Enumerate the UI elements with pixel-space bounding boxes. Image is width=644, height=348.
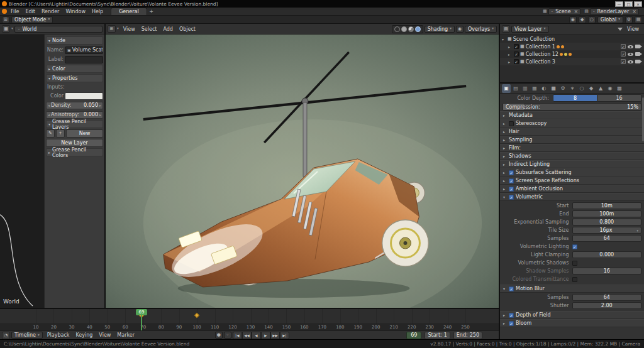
object-tab[interactable]: ■ (549, 84, 558, 93)
minimize-button[interactable]: — (615, 1, 623, 7)
display-mode-dropdown[interactable]: View Layer ▾ (511, 26, 549, 33)
section-subsurface-scattering[interactable]: ▸✓Subsurface Scattering (500, 168, 644, 177)
clear-render-layer-button[interactable]: × (631, 9, 636, 14)
timeline-ruler[interactable]: 1020304050607080901001101201301401501601… (0, 309, 499, 330)
prop-field[interactable]: 64 (572, 235, 642, 242)
color-panel-header[interactable]: ▸ Color (46, 65, 103, 73)
material-shading-icon[interactable] (408, 26, 414, 32)
scene-tab[interactable]: ▦ (530, 84, 539, 93)
viewport-canvas[interactable] (106, 35, 499, 308)
overlays-dropdown[interactable]: Overlays ▾ (465, 26, 497, 33)
gp-colors-panel-header[interactable]: ▸ Grease Pencil Colors (46, 148, 103, 156)
material-tab[interactable]: ◉ (606, 84, 614, 93)
editor-type-icon[interactable]: ⊞ (2, 16, 9, 23)
disclosure-icon[interactable]: ▾ (502, 37, 506, 41)
color-swatch[interactable] (65, 92, 103, 100)
outliner-item-collection-12[interactable]: ▸✓▦Collection 12✓ (500, 50, 644, 58)
menu-edit[interactable]: Edit (22, 8, 38, 16)
density-slider[interactable]: ◂ Density: 0.050 ▸ (46, 102, 103, 109)
prop-field[interactable]: 0.800 (572, 219, 642, 226)
restrict-render-icon[interactable] (635, 45, 640, 48)
outliner-item-collection-1[interactable]: ▸✓▦Collection 1✓ (500, 43, 644, 50)
play-reverse-button[interactable]: ◀ (252, 332, 261, 339)
menu-playback[interactable]: Playback (44, 331, 73, 339)
options-icon[interactable]: ▤ (635, 16, 642, 23)
solid-shading-icon[interactable] (401, 26, 407, 32)
section-sampling[interactable]: ▸Sampling (500, 136, 644, 144)
wireframe-shading-icon[interactable] (394, 26, 400, 32)
section-shadows[interactable]: ▸Shadows (500, 152, 644, 160)
shader-editor-type-icon[interactable]: ▦ (2, 25, 10, 33)
constraints-tab[interactable]: ◆ (587, 84, 596, 93)
disclosure-icon[interactable]: ▸ (508, 52, 513, 57)
restrict-render-icon[interactable] (635, 52, 640, 56)
jump-prev-keyframe-button[interactable]: ◀◀ (242, 332, 252, 339)
menu-file[interactable]: File (8, 8, 22, 16)
texture-tab[interactable]: ▩ (615, 84, 624, 93)
outliner-item-scene-collection[interactable]: ▾▦Scene Collection (500, 35, 644, 43)
rendered-shading-icon[interactable] (415, 26, 421, 32)
mode-dropdown[interactable]: Object Mode ▾ (11, 16, 53, 23)
section-film[interactable]: ▸Film: (500, 144, 644, 152)
viewport-editor-type-icon[interactable]: ⊞ (108, 25, 116, 33)
menu-marker[interactable]: Marker (114, 331, 138, 339)
prop-field[interactable]: 2.00 (572, 302, 642, 309)
shading-dropdown[interactable]: Shading ▾ (425, 26, 455, 33)
section-checkbox[interactable]: ✓ (509, 187, 514, 192)
compression-slider[interactable]: Compression: 15% (502, 103, 641, 111)
prop-field[interactable]: 64 (572, 294, 642, 301)
add-workspace-button[interactable]: + (148, 9, 155, 14)
transform-orientation-dropdown[interactable]: Global ▾ (597, 16, 623, 23)
proportional-edit-icon[interactable]: ○ (588, 16, 596, 23)
anisotropy-slider[interactable]: ◂ Anisotropy: 0.000 ▸ (46, 111, 103, 119)
section-metadata[interactable]: ▸Metadata (500, 111, 644, 119)
gizmo-icon[interactable]: ⚙ (625, 16, 633, 23)
section-motion-blur[interactable]: ▾✓Motion Blur (500, 285, 644, 293)
pencil-icon[interactable]: ✎ (46, 129, 55, 138)
menu-window[interactable]: Window (62, 8, 89, 16)
prop-field[interactable]: 16px▾ (572, 227, 642, 234)
outliner-editor-type-icon[interactable]: ▤ (502, 25, 510, 33)
play-button[interactable]: ▶ (261, 332, 270, 339)
physics-tab[interactable]: ○ (577, 84, 586, 93)
menu-render[interactable]: Render (38, 8, 62, 16)
particles-tab[interactable]: ∗ (568, 84, 577, 93)
section-depth-of-field[interactable]: ▸✓Depth of Field (500, 311, 644, 319)
section-checkbox[interactable]: ✓ (509, 195, 514, 200)
auto-keying-icon[interactable]: ● (215, 332, 223, 339)
prop-field[interactable]: 0.000 (572, 251, 642, 258)
jump-next-keyframe-button[interactable]: ▶▶ (270, 332, 280, 339)
color-depth-16-button[interactable]: 16 (597, 94, 641, 102)
section-hair[interactable]: ▸Hair (500, 128, 644, 136)
restrict-render-icon[interactable] (635, 60, 640, 63)
jump-to-end-button[interactable]: ▶| (280, 332, 289, 339)
render-layer-selector[interactable]: ⌄ RenderLayer × (590, 8, 639, 15)
world-tab[interactable]: ◐ (540, 84, 548, 93)
timeline-editor-dropdown[interactable]: Timeline ▾ (11, 332, 43, 339)
workspace-tab-general[interactable]: General (111, 8, 147, 15)
keyframe-diamond[interactable] (194, 313, 199, 318)
object-data-tab[interactable]: ▲ (596, 84, 605, 93)
render-tab[interactable]: ▣ (502, 84, 511, 93)
frame-end-field[interactable]: End: 250 (453, 332, 482, 339)
collection-checkbox[interactable]: ✓ (514, 44, 519, 49)
hide-eye-icon[interactable] (628, 45, 633, 48)
node-label-field[interactable] (65, 56, 103, 63)
menu-keying[interactable]: Keying (72, 331, 96, 339)
restrict-select-icon[interactable]: ✓ (621, 52, 626, 57)
timeline-editor-type-icon[interactable]: ◔ (2, 332, 10, 339)
modifiers-tab[interactable]: ⚙ (558, 84, 567, 93)
hide-eye-icon[interactable] (628, 60, 633, 63)
outliner-item-collection-3[interactable]: ▸✓▦Collection 3✓ (500, 58, 644, 65)
prop-checkbox[interactable] (572, 277, 577, 282)
menu-view[interactable]: View (96, 331, 114, 339)
gp-new-layer-button[interactable]: New Layer (46, 139, 103, 147)
filter-funnel-icon[interactable] (618, 28, 623, 31)
menu-select[interactable]: Select (138, 25, 160, 33)
section-checkbox[interactable]: ✓ (509, 286, 514, 291)
sync-icon[interactable]: ◦ (224, 332, 231, 339)
blender-app-menu-icon[interactable] (2, 9, 7, 14)
node-panel-header[interactable]: ▾ Node (46, 36, 103, 45)
section-volumetric[interactable]: ▾✓Volumetric (500, 193, 644, 201)
disclosure-icon[interactable]: ▸ (508, 45, 513, 49)
